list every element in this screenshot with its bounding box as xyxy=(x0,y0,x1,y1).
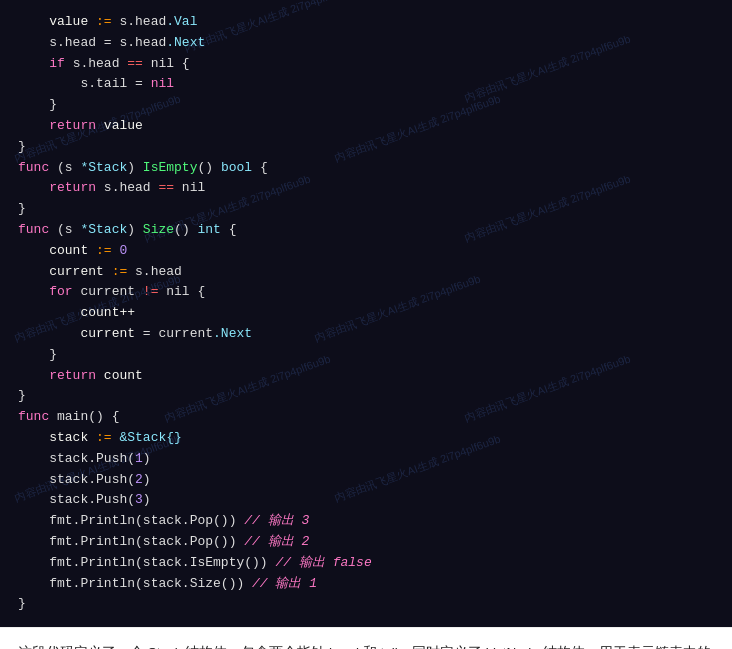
code-line: fmt.Println(stack.IsEmpty()) // 输出 false xyxy=(18,553,714,574)
code-container: 内容由讯飞星火AI生成 2i7p4plf6u9b内容由讯飞星火AI生成 2i7p… xyxy=(0,0,732,627)
description-block: 这段代码定义了一个 Stack 结构体，包含两个指针 head 和 tail，同… xyxy=(0,627,732,649)
code-line: func (s *Stack) IsEmpty() bool { xyxy=(18,158,714,179)
code-line: func (s *Stack) Size() int { xyxy=(18,220,714,241)
code-line: fmt.Println(stack.Pop()) // 输出 2 xyxy=(18,532,714,553)
code-line: current = current.Next xyxy=(18,324,714,345)
code-line: stack.Push(3) xyxy=(18,490,714,511)
code-line: } xyxy=(18,199,714,220)
code-line: if s.head == nil { xyxy=(18,54,714,75)
code-line: return s.head == nil xyxy=(18,178,714,199)
code-line: func main() { xyxy=(18,407,714,428)
code-line: stack.Push(1) xyxy=(18,449,714,470)
code-line: s.head = s.head.Next xyxy=(18,33,714,54)
code-line: stack := &Stack{} xyxy=(18,428,714,449)
code-line: return count xyxy=(18,366,714,387)
code-line: for current != nil { xyxy=(18,282,714,303)
description-text: 这段代码定义了一个 Stack 结构体，包含两个指针 head 和 tail，同… xyxy=(18,642,714,649)
code-line: return value xyxy=(18,116,714,137)
code-line: } xyxy=(18,594,714,615)
code-line: } xyxy=(18,386,714,407)
code-line: value := s.head.Val xyxy=(18,12,714,33)
code-line: } xyxy=(18,137,714,158)
code-line: fmt.Println(stack.Pop()) // 输出 3 xyxy=(18,511,714,532)
code-line: } xyxy=(18,95,714,116)
code-line: } xyxy=(18,345,714,366)
code-line: s.tail = nil xyxy=(18,74,714,95)
code-line: count := 0 xyxy=(18,241,714,262)
code-line: count++ xyxy=(18,303,714,324)
code-line: current := s.head xyxy=(18,262,714,283)
code-line: stack.Push(2) xyxy=(18,470,714,491)
code-line: fmt.Println(stack.Size()) // 输出 1 xyxy=(18,574,714,595)
